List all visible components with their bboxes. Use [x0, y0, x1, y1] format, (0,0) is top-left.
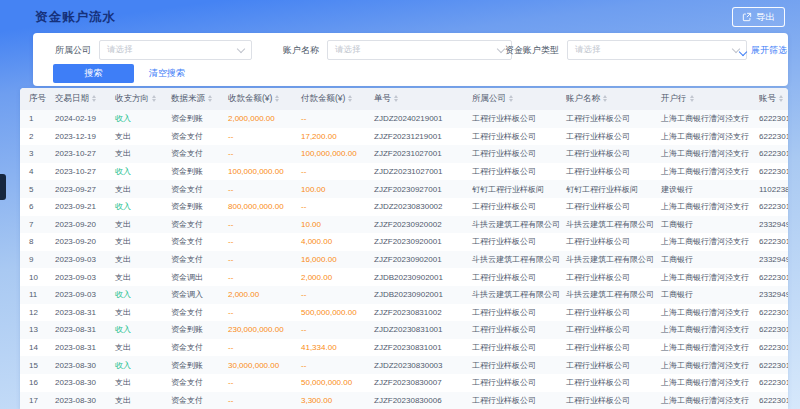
cell-source: 资金支付	[168, 304, 225, 322]
flow-table: 序号交易日期收支方向数据来源收款金额(¥)付款金额(¥)单号所属公司账户名称开户…	[20, 88, 788, 409]
account-name-select[interactable]: 请选择	[327, 40, 512, 60]
sort-icon[interactable]	[348, 95, 352, 103]
cell-order_no: ZJZF20231219001	[371, 128, 469, 146]
col-header-company[interactable]: 所属公司	[469, 88, 563, 110]
cell-bank: 上海工商银行漕河泾支行	[658, 145, 756, 163]
cell-index: 16	[20, 374, 52, 392]
cell-date: 2023-09-03	[52, 268, 112, 286]
cell-direction: 支出	[112, 304, 168, 322]
table-row: 142023-08-31支出资金支付--41,334.00ZJZF2023083…	[20, 339, 788, 357]
cell-bank: 上海工商银行漕河泾支行	[658, 392, 756, 409]
col-header-income[interactable]: 收款金额(¥)	[225, 88, 298, 110]
cell-account_name: 工程行业样板公司	[563, 339, 658, 357]
sort-icon[interactable]	[275, 95, 279, 103]
cell-source: 资金支付	[168, 251, 225, 269]
cell-index: 10	[20, 268, 52, 286]
cell-order_no: ZJZF20230830007	[371, 374, 469, 392]
filter-panel: 所属公司 请选择 账户名称 请选择 资金账户类型 请选择 展开筛选 搜索 清空	[33, 33, 788, 86]
sort-icon[interactable]	[394, 95, 398, 103]
cell-source: 资金支付	[168, 128, 225, 146]
cell-expense: --	[298, 286, 371, 304]
col-header-account_name[interactable]: 账户名称	[563, 88, 658, 110]
search-button[interactable]: 搜索	[53, 64, 134, 83]
cell-account_no: 622230111	[756, 110, 788, 128]
cell-source: 资金调入	[168, 286, 225, 304]
fund-account-flow-page: 资金账户流水 导出 所属公司 请选择 账户名称 请选择	[0, 0, 800, 409]
col-header-direction[interactable]: 收支方向	[112, 88, 168, 110]
account-type-select[interactable]: 请选择	[567, 40, 747, 60]
col-header-order_no[interactable]: 单号	[371, 88, 469, 110]
col-header-label: 账号	[759, 93, 776, 103]
col-header-label: 账户名称	[566, 93, 600, 103]
cell-company: 工程行业样板公司	[469, 339, 563, 357]
col-header-date[interactable]: 交易日期	[52, 88, 112, 110]
cell-date: 2023-08-30	[52, 356, 112, 374]
cell-bank: 上海工商银行漕河泾支行	[658, 163, 756, 181]
cell-index: 5	[20, 180, 52, 198]
cell-order_no: ZJZF20230830006	[371, 392, 469, 409]
col-header-source[interactable]: 数据来源	[168, 88, 225, 110]
clear-search-button[interactable]: 清空搜索	[145, 64, 189, 83]
sort-icon[interactable]	[690, 95, 694, 103]
cell-company: 斗拱云建筑工程有限公司	[469, 251, 563, 269]
cell-expense: 3,300.00	[298, 392, 371, 409]
col-header-label: 收支方向	[115, 93, 149, 103]
cell-account_name: 工程行业样板公司	[563, 145, 658, 163]
cell-direction: 支出	[112, 374, 168, 392]
cell-source: 资金支付	[168, 233, 225, 251]
sort-icon[interactable]	[152, 95, 156, 103]
cell-date: 2023-08-31	[52, 321, 112, 339]
cell-expense: --	[298, 110, 371, 128]
cell-direction: 支出	[112, 268, 168, 286]
table-row: 52023-09-27支出资金支付--100.00ZJZF20230927001…	[20, 180, 788, 198]
table-row: 32023-10-27支出资金支付--100,000,000.00ZJZF202…	[20, 145, 788, 163]
col-header-account_no[interactable]: 账号	[756, 88, 788, 110]
cell-index: 9	[20, 251, 52, 269]
drawer-handle[interactable]	[0, 174, 6, 200]
cell-index: 17	[20, 392, 52, 409]
cell-company: 工程行业样板公司	[469, 356, 563, 374]
cell-order_no: ZJDZ20231027001	[371, 163, 469, 181]
cell-order_no: ZJZF20230920002	[371, 216, 469, 234]
cell-account_no: 622230111	[756, 233, 788, 251]
cell-account_name: 工程行业样板公司	[563, 233, 658, 251]
col-header-label: 开户行	[661, 93, 687, 103]
cell-income: --	[225, 128, 298, 146]
cell-account_no: 622230111	[756, 128, 788, 146]
col-header-bank[interactable]: 开户行	[658, 88, 756, 110]
cell-direction: 收入	[112, 286, 168, 304]
col-header-label: 单号	[374, 93, 391, 103]
chevron-down-icon	[739, 47, 747, 55]
cell-order_no: ZJZF20231027001	[371, 145, 469, 163]
sort-icon[interactable]	[509, 95, 513, 103]
cell-account_no: 622230111	[756, 163, 788, 181]
col-header-expense[interactable]: 付款金额(¥)	[298, 88, 371, 110]
cell-account_name: 工程行业样板公司	[563, 128, 658, 146]
col-header-label: 数据来源	[171, 93, 205, 103]
cell-source: 资金支付	[168, 392, 225, 409]
sort-icon[interactable]	[779, 95, 783, 103]
sort-icon[interactable]	[92, 95, 96, 103]
cell-source: 资金到账	[168, 198, 225, 216]
col-header-label: 序号	[29, 93, 46, 103]
sort-icon[interactable]	[208, 95, 212, 103]
expand-filter-link[interactable]: 展开筛选	[740, 44, 787, 57]
export-button[interactable]: 导出	[732, 7, 785, 27]
sort-icon[interactable]	[603, 95, 607, 103]
cell-bank: 上海工商银行漕河泾支行	[658, 356, 756, 374]
cell-order_no: ZJZF20230927001	[371, 180, 469, 198]
cell-direction: 收入	[112, 110, 168, 128]
table-row: 62023-09-21收入资金到账800,000,000.00--ZJDZ202…	[20, 198, 788, 216]
cell-index: 12	[20, 304, 52, 322]
table-row: 82023-09-20支出资金支付--4,000.00ZJZF202309200…	[20, 233, 788, 251]
table-row: 12024-02-19收入资金到账2,000,000.00--ZJDZ20240…	[20, 110, 788, 128]
table-panel: 序号交易日期收支方向数据来源收款金额(¥)付款金额(¥)单号所属公司账户名称开户…	[20, 88, 788, 409]
cell-company: 工程行业样板公司	[469, 374, 563, 392]
cell-account_no: 622230111	[756, 145, 788, 163]
col-header-label: 付款金额(¥)	[301, 93, 345, 103]
cell-account_name: 工程行业样板公司	[563, 374, 658, 392]
chevron-down-icon	[237, 44, 245, 52]
cell-account_name: 工程行业样板公司	[563, 321, 658, 339]
company-select[interactable]: 请选择	[99, 40, 252, 60]
cell-income: --	[225, 251, 298, 269]
